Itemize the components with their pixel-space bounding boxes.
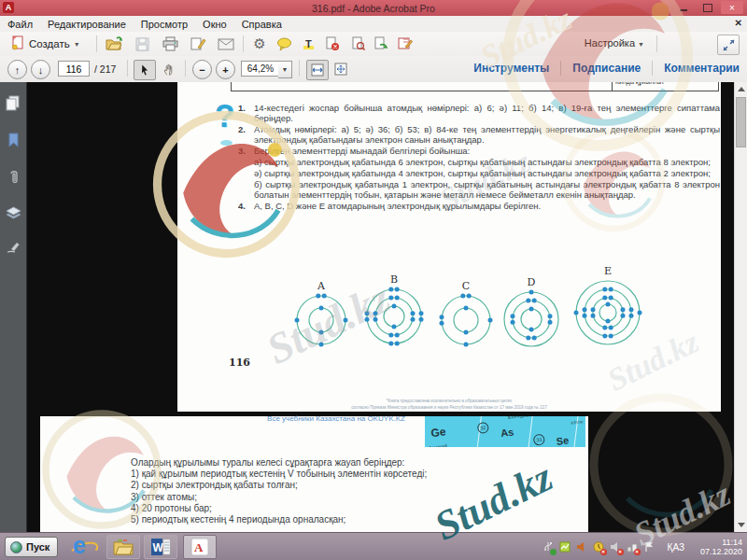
table-border bbox=[718, 82, 719, 91]
atom-diagram-B: B bbox=[363, 273, 425, 351]
close-button[interactable]: × bbox=[721, 1, 743, 14]
zoom-in-button[interactable]: + bbox=[216, 60, 235, 79]
atom-label: C bbox=[462, 280, 470, 292]
element-number: 32 bbox=[477, 422, 489, 434]
page-number-input[interactable] bbox=[58, 61, 90, 77]
system-tray: ✕ ✕ ✕ ҚАЗ 11:14 07.12.2020 bbox=[543, 533, 747, 560]
windows-orb-icon bbox=[10, 541, 22, 553]
menu-window[interactable]: Окно bbox=[195, 19, 234, 30]
volume-icon[interactable] bbox=[576, 541, 588, 553]
toolbar-separator bbox=[243, 35, 244, 52]
highlight-text-button[interactable]: T bbox=[299, 35, 317, 52]
copyright-notice: согласно Приказа Министра образования и … bbox=[177, 405, 721, 410]
bookmarks-icon[interactable] bbox=[4, 131, 22, 149]
create-label: Создать bbox=[29, 38, 70, 49]
select-tool-button[interactable] bbox=[134, 60, 156, 80]
list-item: ә) сыртқы электрондық қабатында 4 электр… bbox=[238, 168, 720, 178]
next-page-button[interactable]: ↓ bbox=[31, 60, 50, 79]
save-button[interactable] bbox=[133, 35, 151, 52]
network-disconnected-icon[interactable]: ✕ bbox=[627, 541, 639, 553]
menu-help[interactable]: Справка bbox=[234, 19, 289, 30]
page-preview-button[interactable] bbox=[349, 35, 368, 52]
comment-bubble-button[interactable] bbox=[275, 35, 293, 52]
display-settings-icon[interactable] bbox=[559, 541, 571, 553]
minimize-button[interactable] bbox=[672, 1, 695, 14]
page-thumbnails-icon[interactable] bbox=[4, 93, 22, 112]
list-item: б) сыртқы электрондық қабатында 1 электр… bbox=[238, 179, 720, 200]
hand-tool-button[interactable] bbox=[159, 60, 179, 78]
attachments-icon[interactable] bbox=[4, 168, 22, 187]
language-indicator[interactable]: ҚАЗ bbox=[668, 542, 684, 553]
tab-sign[interactable]: Подписание bbox=[572, 62, 641, 75]
zoom-level-value[interactable]: 64,2% bbox=[241, 61, 280, 77]
print-button[interactable] bbox=[161, 35, 179, 52]
scroll-up-icon[interactable] bbox=[738, 87, 745, 91]
email-button[interactable] bbox=[217, 35, 235, 52]
element-number: 33 bbox=[533, 433, 545, 445]
tab-comments[interactable]: Комментарии bbox=[664, 62, 740, 75]
table-remnant: Кинда құйылған bbox=[231, 82, 719, 91]
sync-problem-icon[interactable]: ✕ bbox=[593, 541, 605, 553]
document-close-icon[interactable]: ✕ bbox=[735, 18, 742, 28]
clock[interactable]: 11:14 07.12.2020 bbox=[694, 538, 742, 556]
window-title: 316.pdf - Adobe Acrobat Pro bbox=[0, 3, 747, 14]
start-button[interactable]: Пуск bbox=[5, 537, 58, 557]
sign-document-button[interactable] bbox=[189, 35, 207, 52]
item-number: 2. bbox=[238, 124, 246, 134]
toolbar-separator bbox=[127, 60, 128, 77]
item-text: ә) сыртқы электрондық қабатында 4 электр… bbox=[254, 168, 711, 178]
delete-pages-button[interactable] bbox=[323, 35, 342, 52]
periodic-table-fragment: Ge 32 ГЕРМАНИЙ ВАНАДИЙ As 33 Se Cr ХРОМ bbox=[425, 416, 585, 447]
vertical-scrollbar[interactable] bbox=[734, 82, 747, 532]
open-file-button[interactable] bbox=[105, 35, 123, 52]
usb-device-icon[interactable] bbox=[543, 541, 555, 553]
tab-separator bbox=[652, 61, 653, 76]
menu-edit[interactable]: Редактирование bbox=[40, 19, 134, 30]
create-pdf-button[interactable]: Создать ▼ bbox=[6, 35, 86, 53]
status-error-badge: ✕ bbox=[617, 549, 624, 555]
taskbar-item-internet-explorer[interactable]: e bbox=[67, 535, 99, 559]
menu-file[interactable]: Файл bbox=[0, 19, 40, 30]
previous-page-button[interactable]: ↑ bbox=[7, 60, 27, 79]
toolbar-separator bbox=[299, 60, 300, 77]
taskbar: Пуск e W A ✕ bbox=[0, 532, 747, 560]
taskbar-item-explorer[interactable] bbox=[106, 535, 140, 559]
settings-dropdown[interactable]: Настройка ▼ bbox=[585, 37, 644, 49]
atom-label: A bbox=[317, 280, 325, 292]
question-line: 3) оттек атомы; bbox=[131, 492, 560, 503]
time-label: 11:14 bbox=[694, 538, 742, 547]
question-intro: Олардың құрылымы туралы келесі сұрақтарғ… bbox=[131, 457, 560, 469]
status-ok-badge bbox=[550, 549, 557, 555]
word-icon: W bbox=[150, 538, 171, 556]
gear-icon[interactable]: ⚙ bbox=[250, 35, 269, 52]
tab-tools[interactable]: Инструменты bbox=[473, 62, 549, 75]
audio-muted-icon[interactable]: ✕ bbox=[610, 541, 622, 553]
pdf-page-117: Ge 32 ГЕРМАНИЙ ВАНАДИЙ As 33 Se Cr ХРОМ … bbox=[40, 416, 588, 532]
atom-diagram-D: D bbox=[500, 276, 562, 354]
atom-label: D bbox=[528, 276, 536, 288]
layers-icon[interactable] bbox=[4, 203, 22, 222]
zoom-dropdown-arrow[interactable]: ▼ bbox=[278, 61, 292, 78]
zoom-out-button[interactable]: − bbox=[192, 60, 212, 79]
menu-view[interactable]: Просмотр bbox=[134, 19, 195, 30]
taskbar-item-word[interactable]: W bbox=[144, 535, 177, 559]
tab-separator bbox=[560, 61, 561, 76]
fit-width-button[interactable] bbox=[306, 60, 329, 80]
action-center-flag-icon[interactable] bbox=[643, 541, 655, 553]
edit-form-button[interactable] bbox=[396, 35, 415, 52]
element-symbol: Ge bbox=[430, 425, 447, 440]
ie-icon: e bbox=[73, 532, 86, 559]
cell-border bbox=[526, 416, 535, 447]
item-number: 4. bbox=[238, 201, 246, 211]
bohr-model-icon bbox=[293, 292, 349, 352]
svg-text:T: T bbox=[305, 38, 312, 49]
fit-page-button[interactable] bbox=[331, 60, 351, 78]
signatures-icon[interactable] bbox=[4, 238, 22, 257]
fullscreen-expand-button[interactable] bbox=[717, 35, 740, 55]
export-page-button[interactable] bbox=[372, 35, 390, 52]
maximize-button[interactable] bbox=[697, 1, 719, 14]
taskbar-item-acrobat[interactable]: A bbox=[183, 535, 217, 559]
scroll-down-icon[interactable] bbox=[738, 523, 745, 527]
svg-text:W: W bbox=[153, 541, 164, 554]
scrollbar-thumb[interactable] bbox=[736, 97, 746, 147]
